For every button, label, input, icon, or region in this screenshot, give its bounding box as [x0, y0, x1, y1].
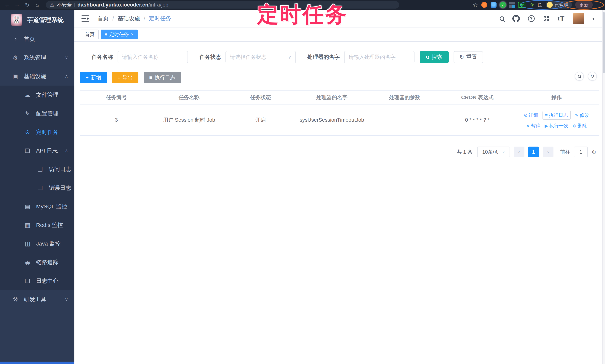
- bookmark-star-icon[interactable]: ☆: [473, 1, 478, 8]
- browser-forward-icon[interactable]: →: [13, 1, 21, 9]
- pause-icon: ✕: [526, 123, 530, 129]
- sidebar-item-infrastructure[interactable]: ▣ 基础设施 ∧: [0, 67, 74, 86]
- breadcrumb: 首页 / 基础设施 / 定时任务: [97, 15, 171, 22]
- fullscreen-icon[interactable]: [543, 15, 550, 22]
- browser-menu-icon[interactable]: ⋮: [596, 1, 602, 8]
- row-execution-log-link[interactable]: ≡执行日志: [542, 111, 571, 120]
- search-icon[interactable]: [500, 16, 504, 21]
- sidebar-item-api-logs[interactable]: ❏ API 日志 ∧: [0, 141, 74, 160]
- extensions-puzzle-icon[interactable]: ⚿: [538, 2, 542, 8]
- execution-log-button-label: 执行日志: [155, 74, 175, 81]
- page-scrollbar: [602, 10, 605, 364]
- browser-update-button[interactable]: 更新: [575, 1, 593, 9]
- browser-home-icon[interactable]: ⌂: [33, 1, 41, 9]
- breadcrumb-home[interactable]: 首页: [97, 15, 109, 22]
- table-row: 3 用户 Session 超时 Job 开启 sysUserSessionTim…: [80, 104, 599, 136]
- page-size-select[interactable]: 10条/页 ∨: [477, 147, 510, 157]
- sidebar-item-tracing[interactable]: ◉ 链路追踪: [0, 253, 74, 272]
- sidebar-item-java-monitor[interactable]: ◫ Java 监控: [0, 234, 74, 253]
- sidebar-item-label: 配置管理: [36, 110, 58, 117]
- sidebar-item-label: 研发工具: [24, 296, 46, 303]
- goto-page-input[interactable]: [574, 147, 588, 157]
- sidebar-scrollbar[interactable]: [0, 362, 74, 364]
- infrastructure-submenu: ☁ 文件管理 ✎ 配置管理 ⊙ 定时任务 ❏ API 日志 ∧ ❏ 访问日志 ❏: [0, 86, 74, 290]
- active-dot-icon: [105, 33, 107, 36]
- download-icon: ↓: [118, 75, 120, 80]
- sidebar-item-access-logs[interactable]: ❏ 访问日志: [0, 160, 74, 179]
- tab-scheduled-jobs[interactable]: 定时任务 ×: [101, 30, 138, 39]
- extension-on-toggle[interactable]: on: [518, 2, 526, 8]
- extension-green-check-icon[interactable]: ✓: [500, 2, 506, 8]
- font-size-icon[interactable]: tT: [558, 14, 565, 23]
- refresh-icon: ↻: [590, 74, 594, 79]
- breadcrumb-infrastructure[interactable]: 基础设施: [118, 15, 140, 22]
- extension-blue-icon[interactable]: [491, 2, 497, 8]
- user-avatar[interactable]: [573, 13, 584, 24]
- gear-icon: ⚙: [12, 54, 19, 61]
- edit-link[interactable]: ✎修改: [575, 112, 589, 118]
- browser-back-icon[interactable]: ←: [3, 1, 11, 9]
- url-divider: [74, 3, 75, 7]
- profile-paused-chip[interactable]: 已暂停: [546, 1, 572, 9]
- search-button[interactable]: 搜索: [420, 51, 449, 63]
- sidebar-item-dev-tools[interactable]: ⚒ 研发工具 ∨: [0, 290, 74, 309]
- security-warning-icon[interactable]: ⚠: [50, 2, 54, 8]
- search-icon: [426, 56, 429, 59]
- edit-icon: ✎: [24, 110, 31, 117]
- main-area: 首页 / 基础设施 / 定时任务 ? tT ▾: [74, 10, 605, 364]
- sidebar-item-error-logs[interactable]: ❏ 错误日志: [0, 179, 74, 197]
- sidebar-item-label: 基础设施: [24, 73, 46, 80]
- execution-log-button[interactable]: ≡ 执行日志: [144, 72, 181, 83]
- edit-label: 修改: [580, 112, 589, 118]
- help-icon[interactable]: ?: [528, 15, 535, 22]
- sidebar-item-label: 系统管理: [24, 54, 46, 62]
- sidebar-item-log-center[interactable]: ❏ 日志中心: [0, 272, 74, 290]
- sidebar-item-redis-monitor[interactable]: ▦ Redis 监控: [0, 216, 74, 234]
- close-icon[interactable]: ×: [131, 32, 133, 37]
- sidebar-item-mysql-monitor[interactable]: ▤ MySQL 监控: [0, 197, 74, 216]
- pause-link[interactable]: ✕暂停: [526, 123, 540, 129]
- refresh-button[interactable]: ↻: [588, 72, 597, 81]
- timer-icon: ⊙: [24, 129, 31, 136]
- view-tabs: 首页 定时任务 ×: [74, 27, 605, 42]
- handler-name-input[interactable]: [344, 51, 414, 63]
- browser-reload-icon[interactable]: ↻: [23, 1, 31, 9]
- current-page-button[interactable]: 1: [528, 147, 539, 157]
- sidebar-item-home[interactable]: ◔ 首页: [0, 30, 74, 48]
- scrollbar-thumb[interactable]: [603, 12, 605, 73]
- sidebar-item-system-management[interactable]: ⚙ 系统管理 ∨: [0, 48, 74, 67]
- detail-link[interactable]: ⊙详细: [524, 112, 539, 118]
- job-status-select[interactable]: 请选择任务状态 ∨: [225, 51, 296, 63]
- app-logo[interactable]: 🐰 芋道管理系统: [0, 10, 74, 30]
- extension-leaf-icon[interactable]: ⚘: [530, 2, 535, 8]
- sidebar-item-file-management[interactable]: ☁ 文件管理: [0, 86, 74, 104]
- extension-grid-icon[interactable]: [509, 2, 515, 8]
- next-page-button[interactable]: ›: [543, 147, 553, 157]
- reset-button[interactable]: ↻ 重置: [454, 51, 483, 63]
- github-icon[interactable]: [512, 15, 520, 22]
- user-menu-caret-icon[interactable]: ▾: [592, 16, 595, 21]
- tab-home[interactable]: 首页: [81, 30, 99, 39]
- log-icon: ❏: [37, 184, 44, 191]
- select-placeholder: 请选择任务状态: [230, 53, 266, 61]
- col-job-name: 任务名称: [153, 91, 225, 104]
- add-button[interactable]: + 新增: [80, 72, 107, 83]
- play-icon: ▶: [545, 123, 548, 129]
- job-name-input[interactable]: [118, 51, 188, 63]
- prev-page-button[interactable]: ‹: [514, 147, 525, 157]
- run-once-link[interactable]: ▶执行一次: [545, 123, 568, 129]
- filter-form: 任务名称 任务状态 请选择任务状态 ∨ 处理器的名字 搜索 ↻ 重置: [92, 51, 599, 63]
- export-button-label: 导出: [122, 74, 133, 81]
- delete-link[interactable]: ⊘删除: [573, 123, 587, 129]
- sidebar-item-label: Java 监控: [36, 240, 61, 247]
- sidebar-item-scheduled-jobs[interactable]: ⊙ 定时任务: [0, 123, 74, 141]
- sidebar-item-label: API 日志: [36, 147, 58, 155]
- extension-orange-icon[interactable]: [481, 2, 487, 8]
- toggle-search-button[interactable]: [575, 72, 584, 81]
- log-icon: ❏: [24, 147, 31, 154]
- export-button[interactable]: ↓ 导出: [112, 72, 138, 83]
- search-button-label: 搜索: [432, 53, 442, 61]
- sidebar-collapse-icon[interactable]: [81, 15, 89, 22]
- address-bar[interactable]: ⚠ 不安全 dashboard.yudao.iocoder.cn/infra/j…: [46, 1, 399, 9]
- sidebar-item-config-management[interactable]: ✎ 配置管理: [0, 104, 74, 123]
